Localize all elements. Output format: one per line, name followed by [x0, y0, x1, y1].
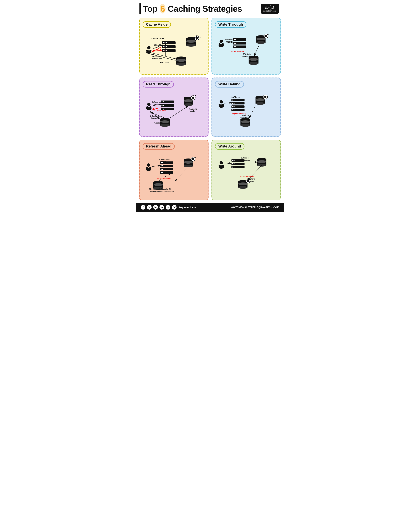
svg-text:✦: ✦ — [199, 35, 201, 37]
twitter-icon: 𝕏 — [147, 205, 152, 209]
svg-point-191 — [232, 160, 233, 161]
svg-rect-48 — [233, 38, 246, 41]
svg-point-204 — [238, 182, 248, 185]
svg-text:1.Read from: 1.Read from — [154, 44, 164, 46]
svg-text:4.Get data: 4.Get data — [160, 61, 169, 63]
svg-text:2.Refresh data in cache if it: 2.Refresh data in cache if it — [149, 188, 171, 190]
svg-line-141 — [224, 103, 232, 103]
svg-point-76 — [147, 103, 151, 106]
svg-line-176 — [152, 165, 160, 167]
svg-point-132 — [256, 98, 265, 101]
diagram-write-around: ✦ + 1.Write to datasource asynchronously… — [215, 152, 278, 197]
svg-text:✦: ✦ — [267, 94, 268, 96]
svg-point-67 — [249, 62, 259, 65]
svg-point-19 — [186, 40, 196, 43]
svg-rect-5 — [162, 45, 176, 48]
svg-point-161 — [162, 169, 163, 170]
linkedin-icon: in — [159, 205, 164, 209]
svg-point-54 — [235, 43, 236, 44]
svg-text:3.Read from: 3.Read from — [150, 115, 161, 117]
svg-text:5.Update cache: 5.Update cache — [151, 38, 164, 39]
footer: f 𝕏 ▶ in ✈ ⌥ /eqraatech com WWW.NEWSLETT… — [136, 203, 284, 212]
svg-point-148 — [147, 163, 150, 167]
svg-rect-153 — [160, 165, 173, 167]
svg-text:1.Read from: 1.Read from — [159, 158, 170, 161]
svg-point-78 — [146, 106, 148, 108]
svg-text:2.Write to: 2.Write to — [240, 115, 249, 116]
svg-text:1.Write to: 1.Write to — [225, 39, 233, 41]
svg-point-59 — [256, 41, 266, 44]
svg-point-169 — [192, 158, 195, 160]
footer-left: f 𝕏 ▶ in ✈ ⌥ /eqraatech com — [141, 205, 197, 209]
svg-point-128 — [234, 109, 235, 110]
card-title-write-through: Write Through — [215, 21, 247, 28]
svg-rect-190 — [232, 166, 245, 168]
site-url: eqraatech.com — [263, 10, 276, 13]
diagram-read-through: ✦ 1.Read from cache 2.Cache miss 3.Read … — [142, 90, 205, 133]
telegram-icon: ✈ — [166, 205, 170, 209]
svg-point-79 — [150, 106, 152, 108]
svg-point-85 — [162, 105, 163, 106]
svg-text:+: + — [269, 35, 270, 37]
logo: اقرأ-تك eqraatech.com — [261, 4, 279, 14]
svg-line-73 — [255, 45, 259, 55]
page-title: Top 6 Caching Strategies — [143, 4, 242, 14]
svg-point-60 — [256, 38, 266, 40]
footer-website: WWW.NEWSLETTER.EQRAATECH.COM — [231, 206, 279, 209]
svg-rect-4 — [162, 41, 176, 44]
svg-text:cache: cache — [249, 180, 254, 182]
svg-point-3 — [150, 50, 152, 52]
svg-point-150 — [146, 167, 148, 169]
svg-text:+: + — [268, 96, 269, 97]
svg-point-0 — [147, 46, 151, 49]
svg-point-52 — [235, 39, 236, 40]
svg-text:datasource: datasource — [151, 117, 160, 119]
svg-point-51 — [234, 39, 235, 40]
svg-rect-22 — [196, 36, 197, 37]
svg-point-53 — [234, 43, 235, 44]
svg-point-203 — [238, 186, 248, 189]
svg-point-163 — [162, 172, 163, 173]
svg-point-200 — [257, 160, 266, 163]
strategies-grid: Cache Aside — [136, 16, 284, 202]
svg-point-94 — [192, 97, 195, 99]
svg-point-126 — [234, 106, 235, 107]
svg-text:2.Cache miss: 2.Cache miss — [156, 49, 167, 51]
svg-text:cache: cache — [226, 41, 231, 43]
svg-point-140 — [241, 120, 250, 123]
svg-text:2.Cache miss: 2.Cache miss — [154, 109, 166, 111]
diagram-cache-aside: ✦ + 1.Read from cache 2.Cache miss — [142, 30, 205, 71]
svg-text:cache: cache — [190, 110, 195, 112]
svg-point-195 — [232, 167, 233, 168]
card-title-read-through: Read Through — [142, 81, 174, 87]
svg-point-98 — [160, 124, 170, 127]
svg-point-175 — [154, 183, 163, 186]
svg-text:cache: cache — [233, 98, 238, 100]
svg-point-9 — [166, 42, 167, 43]
svg-rect-119 — [232, 105, 245, 108]
svg-point-113 — [220, 100, 223, 103]
svg-text:datasource: datasource — [240, 159, 250, 161]
facebook-icon: f — [141, 205, 145, 209]
diagram-refresh-ahead: ✦ + 1.Read from cache asynchronously — [142, 152, 205, 197]
svg-rect-24 — [195, 38, 195, 39]
svg-point-46 — [219, 43, 221, 45]
svg-text:1.Read from: 1.Read from — [152, 101, 163, 103]
svg-point-127 — [232, 109, 233, 110]
svg-point-56 — [235, 46, 236, 47]
svg-point-92 — [184, 99, 193, 102]
svg-line-209 — [224, 163, 232, 164]
svg-point-158 — [161, 165, 162, 166]
svg-point-55 — [234, 46, 235, 47]
svg-rect-120 — [232, 109, 245, 111]
svg-point-91 — [184, 103, 193, 106]
card-refresh-ahead: Refresh Ahead — [139, 139, 209, 200]
svg-rect-81 — [161, 104, 174, 107]
svg-point-116 — [222, 104, 224, 106]
card-title-cache-aside: Cache Aside — [142, 21, 171, 28]
svg-text:asynchronously: asynchronously — [232, 113, 246, 115]
svg-point-7 — [163, 42, 164, 43]
svg-point-44 — [220, 39, 223, 43]
youtube-icon: ▶ — [153, 205, 158, 209]
header: Top 6 Caching Strategies اقرأ-تك eqraate… — [136, 0, 284, 16]
